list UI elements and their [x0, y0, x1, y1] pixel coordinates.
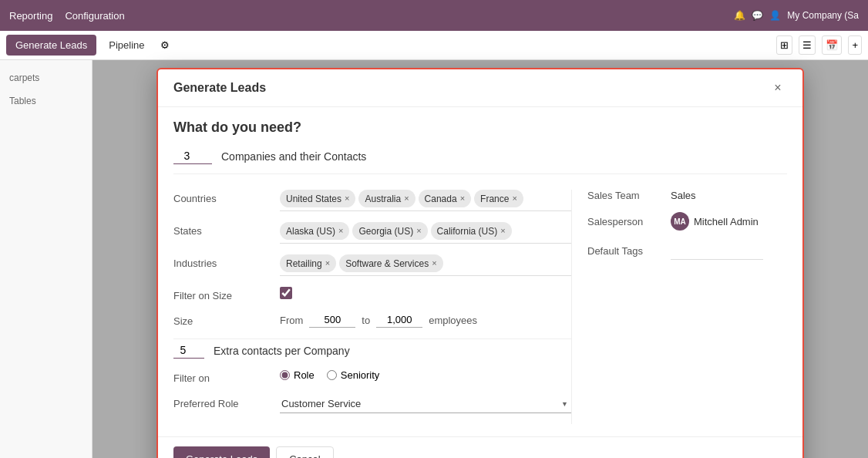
cancel-button[interactable]: Cancel: [276, 446, 333, 458]
tag-ca-label: Canada: [425, 194, 457, 204]
tag-canada: Canada ×: [419, 190, 471, 207]
preferred-role-label: Preferred Role: [173, 395, 274, 409]
tab-generate-leads[interactable]: Generate Leads: [6, 35, 96, 56]
tag-software-remove[interactable]: ×: [432, 259, 436, 268]
size-employees-label: employees: [429, 315, 477, 326]
content-area: carpets Tables Generate Leads × What do …: [0, 60, 868, 458]
states-tags: Alaska (US) × Georgia (US) ×: [280, 222, 571, 244]
tag-georgia-remove[interactable]: ×: [416, 227, 421, 235]
radio-role[interactable]: [280, 370, 290, 380]
countries-label: Countries: [173, 190, 274, 204]
tag-retailing-remove[interactable]: ×: [325, 259, 330, 268]
tag-retailing-label: Retailing: [286, 258, 322, 269]
preferred-role-select[interactable]: Customer Service Sales Marketing Technic…: [280, 395, 571, 413]
sidebar: carpets Tables: [0, 60, 93, 458]
default-tags-label: Default Tags: [587, 245, 664, 257]
modal-body: What do you need? Companies and their Co…: [158, 107, 802, 436]
modal-title: Generate Leads: [173, 81, 266, 95]
modal-close-button[interactable]: ×: [769, 79, 787, 97]
sidebar-item-carpets[interactable]: carpets: [0, 66, 92, 89]
app-bar: Reporting Configuration 🔔 💬 👤 My Company…: [0, 0, 868, 31]
tag-us-label: United States: [286, 194, 341, 204]
sales-team-value: Sales: [671, 190, 696, 201]
settings-gear-icon[interactable]: ⚙: [160, 39, 170, 51]
tab-pipeline[interactable]: Pipeline: [99, 35, 153, 56]
filter-size-checkbox[interactable]: [280, 287, 292, 299]
sales-team-label: Sales Team: [587, 190, 664, 201]
filter-on-label: Filter on: [173, 369, 274, 384]
filter-size-checkbox-row: [280, 287, 571, 299]
grid-view-icon[interactable]: ⊞: [776, 35, 792, 55]
tag-georgia: Georgia (US) ×: [352, 222, 427, 240]
size-from-input[interactable]: [309, 312, 355, 328]
tag-alaska-remove[interactable]: ×: [338, 227, 343, 235]
modal-footer: Generate Leads Cancel: [158, 436, 802, 458]
radio-role-label[interactable]: Role: [280, 369, 315, 381]
industries-label: Industries: [173, 254, 274, 269]
extra-contacts-row: Extra contacts per Company: [173, 338, 571, 359]
size-to-input[interactable]: [376, 312, 422, 328]
countries-value: United States × Australia ×: [280, 190, 571, 211]
tag-au-remove[interactable]: ×: [404, 194, 409, 203]
list-view-icon[interactable]: ☰: [799, 35, 816, 55]
count-label: Companies and their Contacts: [221, 150, 366, 163]
radio-seniority-label[interactable]: Seniority: [327, 369, 380, 381]
radio-role-text: Role: [294, 369, 315, 381]
radio-seniority[interactable]: [327, 370, 337, 380]
app-bar-right: 🔔 💬 👤 My Company (Sa: [734, 10, 859, 21]
chat-icon[interactable]: 💬: [752, 10, 763, 21]
default-tags-row: Default Tags: [587, 241, 787, 260]
tag-software: Software & Services ×: [339, 254, 442, 272]
tag-us-remove[interactable]: ×: [345, 194, 349, 203]
size-range: From to employees: [280, 312, 571, 328]
companies-count-input[interactable]: [173, 148, 212, 164]
industries-row: Industries Retailing × Software & S: [173, 254, 571, 276]
filter-on-radio-group: Role Seniority: [280, 369, 571, 381]
extra-contacts-input[interactable]: [173, 342, 204, 359]
default-tags-value: [671, 241, 763, 260]
tag-ca-remove[interactable]: ×: [460, 194, 465, 203]
tag-alaska-label: Alaska (US): [286, 226, 335, 237]
tag-fr-remove[interactable]: ×: [512, 194, 516, 203]
filter-size-value: [280, 287, 571, 299]
filter-size-row: Filter on Size: [173, 287, 571, 301]
salesperson-avatar: MA: [671, 212, 689, 231]
user-icon[interactable]: 👤: [769, 10, 781, 21]
size-from-label: From: [280, 315, 303, 326]
tag-au-label: Australia: [365, 194, 401, 204]
notification-icon[interactable]: 🔔: [734, 10, 745, 21]
salesperson-name: Mitchell Admin: [694, 216, 759, 227]
tag-france: France ×: [474, 190, 523, 207]
tag-georgia-label: Georgia (US): [358, 226, 413, 237]
preferred-role-row: Preferred Role Customer Service Sales Ma…: [173, 395, 571, 413]
filter-on-value: Role Seniority: [280, 369, 571, 381]
view-controls: ⊞ ☰ 📅 +: [776, 35, 862, 55]
industries-value: Retailing × Software & Services ×: [280, 254, 571, 276]
radio-seniority-text: Seniority: [341, 369, 380, 381]
tag-alaska: Alaska (US) ×: [280, 222, 349, 240]
calendar-view-icon[interactable]: 📅: [822, 35, 842, 55]
states-label: States: [173, 222, 274, 237]
nav-reporting[interactable]: Reporting: [9, 10, 52, 22]
size-row: Size From to employees: [173, 312, 571, 328]
add-icon[interactable]: +: [848, 35, 862, 55]
preferred-role-select-wrapper: Customer Service Sales Marketing Technic…: [280, 395, 571, 413]
sidebar-item-tables[interactable]: Tables: [0, 89, 92, 113]
size-value: From to employees: [280, 312, 571, 328]
salesperson-row: Salesperson MA Mitchell Admin: [587, 212, 787, 231]
tag-ca-state-label: California (US): [437, 226, 498, 237]
filter-size-label: Filter on Size: [173, 287, 274, 301]
filter-on-row: Filter on Role: [173, 369, 571, 384]
preferred-role-value: Customer Service Sales Marketing Technic…: [280, 395, 571, 413]
default-tags-container[interactable]: [671, 241, 763, 260]
countries-tags: United States × Australia ×: [280, 190, 571, 211]
tag-ca-state-remove[interactable]: ×: [500, 227, 505, 235]
tag-fr-label: France: [480, 194, 509, 204]
generate-leads-button[interactable]: Generate Leads: [173, 446, 270, 458]
main-content: Generate Leads × What do you need? Compa…: [93, 60, 868, 458]
tag-united-states: United States ×: [280, 190, 355, 207]
tag-software-label: Software & Services: [345, 258, 429, 269]
states-value: Alaska (US) × Georgia (US) ×: [280, 222, 571, 244]
nav-configuration[interactable]: Configuration: [65, 10, 124, 22]
left-col: Countries United States × Australia: [173, 190, 571, 424]
